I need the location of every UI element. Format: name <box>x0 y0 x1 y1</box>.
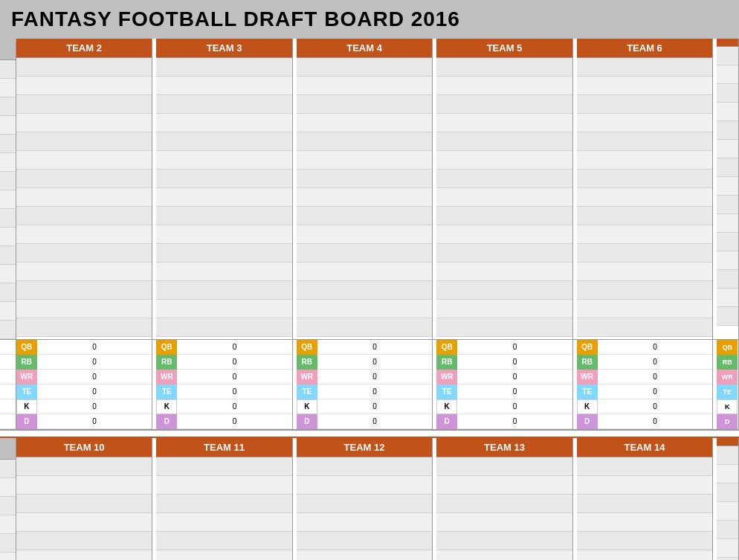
qb-val-t6: 0 <box>598 343 713 351</box>
rb-val-t2: 0 <box>37 358 152 366</box>
te-label-t4: TE <box>297 384 317 399</box>
team-header-14: TEAM 14 <box>577 438 713 457</box>
k-val-t4: 0 <box>317 402 433 411</box>
stats-col-7: QB RB WR TE K D <box>717 340 739 429</box>
d-label-t3: D <box>156 414 177 429</box>
page-title: FANTASY FOOTBALL DRAFT BOARD 2016 <box>0 0 739 39</box>
qb-val-t5: 0 <box>457 343 572 351</box>
wr-val-t5: 0 <box>457 373 572 381</box>
te-val-t3: 0 <box>177 387 292 396</box>
team-header-2: TEAM 2 <box>16 39 152 58</box>
rb-label-t6: RB <box>577 355 598 370</box>
team-header-5: TEAM 5 <box>436 39 572 58</box>
stats-col-4: QB0 RB0 WR0 TE0 K0 D0 <box>297 340 433 429</box>
wr-label-t2: WR <box>16 370 37 384</box>
wr-label-t5: WR <box>436 370 457 384</box>
team-header-13: TEAM 13 <box>436 438 572 457</box>
row-numbers <box>0 39 16 339</box>
k-label-t5: K <box>436 399 457 414</box>
team-header-3: TEAM 3 <box>156 39 292 58</box>
te-label-t6: TE <box>577 384 598 399</box>
rb-label-t7: RB <box>717 355 738 370</box>
team-col-12: TEAM 12 <box>297 438 433 560</box>
section-divider <box>0 431 739 437</box>
team-header-15-partial <box>717 438 738 446</box>
k-label-t2: K <box>16 399 37 414</box>
te-val-t2: 0 <box>37 387 152 396</box>
qb-val-t3: 0 <box>177 343 292 351</box>
stats-col-5: QB0 RB0 WR0 TE0 K0 D0 <box>436 340 573 429</box>
d-val-t2: 0 <box>37 417 152 425</box>
top-stats-section: QB0 RB0 WR0 TE0 K0 D0 QB0 RB0 WR0 TE0 K0… <box>0 340 739 431</box>
team-col-10: TEAM 10 <box>16 438 153 560</box>
d-val-t3: 0 <box>177 417 292 425</box>
wr-label-t7: WR <box>717 370 738 384</box>
team-header-4: TEAM 4 <box>297 39 433 58</box>
team-header-11: TEAM 11 <box>156 438 292 457</box>
te-val-t5: 0 <box>457 387 572 396</box>
team-col-4: TEAM 4 <box>297 39 433 339</box>
d-label-t5: D <box>436 414 457 429</box>
d-label-t6: D <box>577 414 598 429</box>
k-label-t4: K <box>297 399 317 414</box>
team-col-11: TEAM 11 <box>156 438 293 560</box>
qb-val-t4: 0 <box>317 343 433 351</box>
team-col-7-partial <box>717 39 739 339</box>
team-header-7-partial <box>717 39 738 47</box>
team-col-14: TEAM 14 <box>577 438 714 560</box>
draft-board: FANTASY FOOTBALL DRAFT BOARD 2016 TEAM 2… <box>0 0 739 560</box>
rb-label-t3: RB <box>156 355 177 370</box>
team-col-13: TEAM 13 <box>436 438 573 560</box>
team-header-6: TEAM 6 <box>577 39 713 58</box>
d-label-t7: D <box>717 414 738 429</box>
qb-val-t2: 0 <box>37 343 152 351</box>
wr-val-t2: 0 <box>37 373 152 381</box>
wr-val-t6: 0 <box>598 373 713 381</box>
team-col-6: TEAM 6 <box>577 39 714 339</box>
team-header-12: TEAM 12 <box>297 438 433 457</box>
te-val-t6: 0 <box>598 387 713 396</box>
te-label-t3: TE <box>156 384 177 399</box>
rb-val-t6: 0 <box>598 358 713 366</box>
k-label-t7: K <box>717 399 738 414</box>
wr-val-t4: 0 <box>317 373 433 381</box>
k-val-t2: 0 <box>37 402 152 411</box>
qb-label-t5: QB <box>436 340 457 355</box>
top-teams-row: TEAM 2 TEAM 3 TEAM 4 <box>0 39 739 340</box>
rb-label-t4: RB <box>297 355 317 370</box>
te-label-t2: TE <box>16 384 37 399</box>
qb-label-t2: QB <box>16 340 37 355</box>
wr-val-t3: 0 <box>177 373 292 381</box>
team-col-15-partial <box>717 438 739 560</box>
rb-val-t4: 0 <box>317 358 433 366</box>
stats-row-num <box>0 340 16 429</box>
bottom-teams-row: TEAM 10 TEAM 11 TEAM 12 TEAM 13 <box>0 437 739 560</box>
k-val-t3: 0 <box>177 402 292 411</box>
wr-label-t3: WR <box>156 370 177 384</box>
d-val-t4: 0 <box>317 417 433 425</box>
stats-col-6: QB0 RB0 WR0 TE0 K0 D0 <box>577 340 714 429</box>
qb-label-t6: QB <box>577 340 598 355</box>
rb-label-t2: RB <box>16 355 37 370</box>
d-val-t5: 0 <box>457 417 572 425</box>
te-val-t4: 0 <box>317 387 433 396</box>
d-label-t2: D <box>16 414 37 429</box>
bottom-row-numbers <box>0 438 16 560</box>
stats-col-2: QB0 RB0 WR0 TE0 K0 D0 <box>16 340 153 429</box>
te-label-t7: TE <box>717 384 738 399</box>
rb-val-t3: 0 <box>177 358 292 366</box>
k-val-t6: 0 <box>598 402 713 411</box>
d-label-t4: D <box>297 414 317 429</box>
rb-val-t5: 0 <box>457 358 572 366</box>
team-col-3: TEAM 3 <box>156 39 293 339</box>
te-label-t5: TE <box>436 384 457 399</box>
team-header-10: TEAM 10 <box>16 438 152 457</box>
k-label-t3: K <box>156 399 177 414</box>
k-label-t6: K <box>577 399 598 414</box>
qb-label-t7: QB <box>717 340 738 355</box>
stats-col-3: QB0 RB0 WR0 TE0 K0 D0 <box>156 340 293 429</box>
team-col-2: TEAM 2 <box>16 39 153 339</box>
wr-label-t4: WR <box>297 370 317 384</box>
qb-label-t3: QB <box>156 340 177 355</box>
d-val-t6: 0 <box>598 417 713 425</box>
